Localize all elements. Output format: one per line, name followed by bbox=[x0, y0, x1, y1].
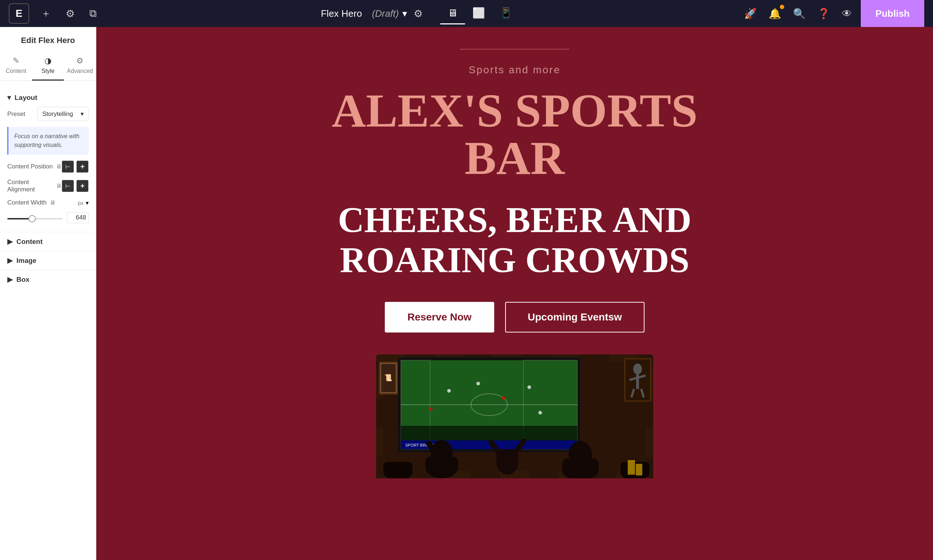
layout-section: ▾ Layout Preset Storytelling ▾ Focus on … bbox=[0, 88, 96, 232]
tab-advanced[interactable]: ⚙ Advanced bbox=[64, 51, 96, 81]
content-alignment-row: Content Alignment 🖥 ⊢ + bbox=[7, 178, 89, 193]
style-tab-label: Style bbox=[42, 68, 55, 74]
svg-rect-44 bbox=[636, 464, 642, 475]
layout-section-title: Layout bbox=[15, 94, 37, 102]
width-slider-track[interactable] bbox=[7, 218, 62, 220]
chevron-down-icon: ▾ bbox=[402, 8, 407, 19]
topbar-left: E ＋ ⚙ ⧉ bbox=[9, 3, 100, 24]
preset-info-box: Focus on a narrative with supporting vis… bbox=[7, 127, 89, 155]
svg-point-9 bbox=[476, 382, 480, 385]
style-tab-icon: ◑ bbox=[45, 56, 51, 66]
sidebar: Edit Flex Hero ✎ Content ◑ Style ⚙ Advan… bbox=[0, 27, 96, 560]
hero-image: SPORT BROADCAST 📜 bbox=[376, 354, 653, 480]
topbar-right: 🚀 🔔 🔍 ❓ 👁 Publish bbox=[741, 0, 924, 27]
add-element-button[interactable]: ＋ bbox=[38, 4, 54, 23]
preset-dropdown[interactable]: Storytelling ▾ bbox=[38, 107, 89, 121]
content-alignment-label: Content Alignment 🖥 bbox=[7, 178, 62, 193]
svg-rect-43 bbox=[628, 460, 635, 475]
preview-icon[interactable]: 👁 bbox=[839, 5, 855, 23]
content-width-unit: px ▾ bbox=[78, 199, 89, 206]
publish-button[interactable]: Publish bbox=[861, 0, 924, 27]
elementor-logo[interactable]: E bbox=[9, 3, 29, 24]
help-icon[interactable]: ❓ bbox=[814, 5, 833, 23]
svg-point-8 bbox=[447, 389, 451, 393]
unit-dropdown-arrow: ▾ bbox=[86, 199, 89, 206]
preset-label: Preset bbox=[7, 111, 38, 118]
page-title[interactable]: Flex Hero (Draft) ▾ ⚙ bbox=[321, 5, 426, 23]
svg-point-23 bbox=[633, 363, 642, 374]
sports-bar-scene: SPORT BROADCAST 📜 bbox=[376, 354, 653, 478]
hero-tagline: CHEERS, BEER AND ROARING CROWDS bbox=[338, 200, 691, 280]
image-section-title: Image bbox=[16, 257, 37, 265]
tab-content[interactable]: ✎ Content bbox=[0, 51, 32, 81]
tab-style[interactable]: ◑ Style bbox=[32, 51, 64, 81]
device-switcher: 🖥 ⬜ 📱 bbox=[440, 3, 520, 25]
position-add-button[interactable]: + bbox=[76, 160, 89, 173]
image-chevron-right-icon: ▶ bbox=[7, 256, 13, 265]
svg-point-37 bbox=[569, 441, 592, 468]
image-section-header[interactable]: ▶ Image bbox=[0, 251, 96, 270]
align-left-button[interactable]: ⊢ bbox=[62, 180, 74, 192]
main-canvas: Sports and more ALEX'S SPORTS BAR CHEERS… bbox=[96, 27, 933, 560]
box-section-title: Box bbox=[16, 275, 29, 284]
advanced-tab-label: Advanced bbox=[67, 68, 93, 74]
search-icon[interactable]: 🔍 bbox=[790, 5, 808, 23]
desktop-view-button[interactable]: 🖥 bbox=[440, 3, 465, 25]
layout-section-content: Preset Storytelling ▾ Focus on a narrati… bbox=[0, 107, 96, 232]
svg-rect-39 bbox=[383, 462, 413, 475]
preset-row: Preset Storytelling ▾ bbox=[7, 107, 89, 121]
reserve-now-button[interactable]: Reserve Now bbox=[385, 302, 494, 332]
content-width-row: Content Width 🖥 px ▾ bbox=[7, 199, 89, 206]
content-alignment-controls: ⊢ + bbox=[62, 180, 89, 192]
dropdown-arrow-icon: ▾ bbox=[81, 110, 84, 118]
box-section-header[interactable]: ▶ Box bbox=[0, 270, 96, 289]
layout-section-header[interactable]: ▾ Layout bbox=[0, 88, 96, 107]
hero-section: Sports and more ALEX'S SPORTS BAR CHEERS… bbox=[96, 27, 933, 560]
monitor-icon-2: 🖥 bbox=[56, 183, 62, 189]
page-settings-icon[interactable]: ⚙ bbox=[411, 5, 426, 23]
svg-point-10 bbox=[502, 396, 505, 400]
settings-icon[interactable]: ⚙ bbox=[63, 5, 78, 23]
content-position-row: Content Position 🖥 ⊢ + bbox=[7, 160, 89, 173]
sidebar-tabs: ✎ Content ◑ Style ⚙ Advanced bbox=[0, 51, 96, 81]
topbar: E ＋ ⚙ ⧉ Flex Hero (Draft) ▾ ⚙ 🖥 ⬜ 📱 🚀 🔔 … bbox=[0, 0, 933, 27]
content-section-title: Content bbox=[16, 238, 43, 246]
align-add-button[interactable]: + bbox=[76, 180, 89, 192]
notifications-icon[interactable]: 🔔 bbox=[765, 5, 784, 23]
monitor-icon-3: 🖥 bbox=[49, 199, 55, 206]
mobile-view-button[interactable]: 📱 bbox=[493, 3, 520, 25]
layers-icon[interactable]: ⧉ bbox=[86, 5, 100, 23]
svg-point-12 bbox=[429, 407, 433, 411]
content-tab-label: Content bbox=[6, 68, 26, 74]
box-chevron-right-icon: ▶ bbox=[7, 275, 13, 284]
width-unit-label: px bbox=[78, 200, 83, 206]
advanced-tab-icon: ⚙ bbox=[76, 56, 83, 66]
hero-top-line bbox=[460, 49, 570, 49]
monitor-icon: 🖥 bbox=[56, 163, 62, 170]
content-width-label: Content Width 🖥 bbox=[7, 199, 78, 206]
hero-subtitle: Sports and more bbox=[469, 64, 560, 76]
svg-text:📜: 📜 bbox=[384, 374, 393, 382]
svg-point-13 bbox=[538, 411, 542, 415]
chevron-down-icon: ▾ bbox=[7, 93, 11, 102]
chevron-right-icon: ▶ bbox=[7, 237, 13, 246]
tablet-view-button[interactable]: ⬜ bbox=[465, 3, 493, 25]
content-position-label: Content Position 🖥 bbox=[7, 163, 62, 170]
rocket-icon[interactable]: 🚀 bbox=[741, 5, 760, 23]
position-left-button[interactable]: ⊢ bbox=[62, 160, 74, 173]
topbar-center: Flex Hero (Draft) ▾ ⚙ 🖥 ⬜ 📱 bbox=[321, 3, 520, 25]
content-position-controls: ⊢ + bbox=[62, 160, 89, 173]
content-section-header[interactable]: ▶ Content bbox=[0, 232, 96, 251]
width-slider-thumb[interactable] bbox=[28, 215, 36, 222]
hero-buttons: Reserve Now Upcoming Eventsw bbox=[385, 302, 645, 332]
hero-title-main: ALEX'S SPORTS BAR bbox=[331, 87, 697, 182]
content-tab-icon: ✎ bbox=[13, 56, 19, 66]
upcoming-events-button[interactable]: Upcoming Eventsw bbox=[505, 302, 645, 332]
sidebar-title: Edit Flex Hero bbox=[0, 27, 96, 51]
svg-point-11 bbox=[527, 385, 531, 389]
width-slider-row: 648 bbox=[7, 212, 89, 223]
width-value-input[interactable]: 648 bbox=[67, 212, 89, 223]
notification-dot bbox=[780, 5, 784, 9]
